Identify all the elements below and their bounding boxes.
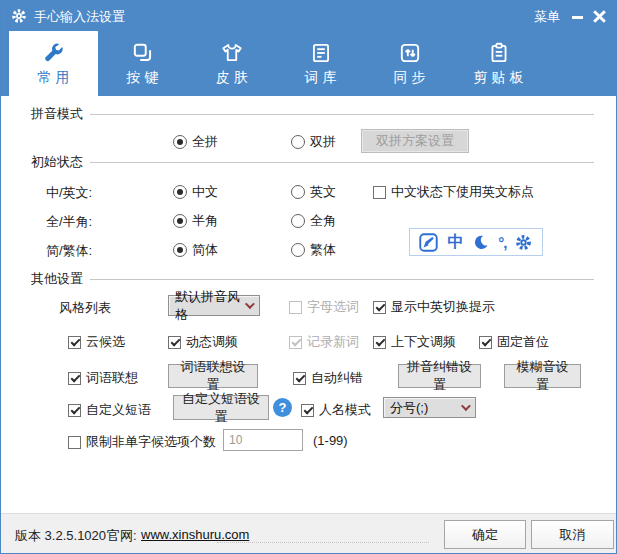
checkbox-icon [373,336,386,349]
limit-candidates-checkbox[interactable]: 限制非单字候选项个数 [68,433,216,451]
checkbox-icon [479,336,492,349]
tab-label: 按键 [127,69,163,87]
word-assoc-checkbox[interactable]: 词语联想 [68,369,138,387]
radio-icon [173,243,187,257]
gear-icon [11,8,27,28]
tab-sync[interactable]: 同步 [365,31,454,96]
radio-half-width[interactable]: 半角 [173,212,218,230]
section-title: 其他设置 [31,270,83,288]
tshirt-icon [220,41,244,65]
tab-dictionary[interactable]: 词库 [276,31,365,96]
chevron-down-icon [461,401,471,411]
checkbox-icon [293,372,306,385]
tab-skin[interactable]: 皮肤 [187,31,276,96]
moon-icon[interactable] [472,234,489,251]
radio-full-width[interactable]: 全角 [291,212,336,230]
tab-keys[interactable]: 按键 [98,31,187,96]
radio-full-pinyin[interactable]: 全拼 [173,133,218,151]
radio-icon [291,243,305,257]
tab-label: 词库 [305,69,341,87]
punctuation-icon[interactable]: °, [498,234,506,251]
style-select[interactable]: 默认拼音风格 [168,295,260,316]
clipboard-icon [487,41,511,65]
menu-button[interactable]: 菜单 [534,8,560,26]
radio-icon [173,135,187,149]
radio-icon [173,185,187,199]
dotted-divider [217,542,429,543]
script-row-label: 简/繁体: [46,242,92,260]
style-list-label: 风格列表 [59,299,111,317]
tab-clipboard[interactable]: 剪贴板 [454,31,543,96]
tab-label: 皮肤 [216,69,252,87]
radio-traditional[interactable]: 繁体 [291,241,336,259]
lang-row-label: 中/英文: [46,184,92,202]
en-punct-checkbox[interactable]: 中文状态下使用英文标点 [373,183,534,201]
limit-range-hint: (1-99) [313,433,348,448]
settings-window: 手心输入法设置 菜单 常用 按键 皮肤 词库 [0,0,617,554]
checkbox-icon [301,404,314,417]
custom-phrase-checkbox[interactable]: 自定义短语 [68,401,151,419]
name-mode-select-value: 分号(;) [390,399,428,417]
ime-logo-icon[interactable] [419,233,438,252]
tab-label: 剪贴板 [474,69,528,87]
fixed-first-checkbox[interactable]: 固定首位 [479,333,549,351]
section-title: 拼音模式 [31,105,83,123]
context-freq-checkbox[interactable]: 上下文调频 [373,333,456,351]
tab-strip: 常用 按键 皮肤 词库 同步 [1,31,616,96]
cloud-candidate-checkbox[interactable]: 云候选 [68,333,125,351]
close-icon[interactable] [593,10,606,23]
version-text: 版本 3.2.5.1020 [15,527,106,545]
word-assoc-settings-button[interactable]: 词语联想设置 [168,364,258,388]
radio-icon [291,214,305,228]
section-title: 初始状态 [31,153,83,171]
statusbar-preview: 中 °, [409,228,543,256]
gear-icon[interactable] [515,234,532,251]
radio-english[interactable]: 英文 [291,183,336,201]
tab-label: 同步 [394,69,430,87]
name-mode-checkbox[interactable]: 人名模式 [301,401,371,419]
dynamic-freq-checkbox[interactable]: 动态调频 [168,333,238,351]
radio-chinese[interactable]: 中文 [173,183,218,201]
radio-icon [173,214,187,228]
radio-icon [291,135,305,149]
checkbox-icon [289,301,302,314]
sync-icon [398,41,422,65]
record-new-words-checkbox: 记录新词 [289,333,359,351]
tab-common[interactable]: 常用 [9,31,98,96]
checkbox-icon [68,436,81,449]
help-icon[interactable]: ? [273,398,292,417]
checkbox-icon [68,404,81,417]
checkbox-icon [68,372,81,385]
fuzzy-sound-settings-button[interactable]: 模糊音设置 [504,364,581,388]
checkbox-icon [373,186,386,199]
radio-double-pinyin[interactable]: 双拼 [291,133,336,151]
style-select-value: 默认拼音风格 [175,288,245,324]
limit-count-input[interactable] [223,429,303,451]
checkbox-icon [289,336,302,349]
auto-correct-checkbox[interactable]: 自动纠错 [293,369,363,387]
chevron-down-icon [245,299,255,309]
checkbox-icon [68,336,81,349]
pinyin-correct-settings-button[interactable]: 拼音纠错设置 [398,364,481,388]
dictionary-icon [309,41,333,65]
section-other-settings: 其他设置 [31,270,594,288]
wrench-icon [42,41,66,65]
minimize-button[interactable] [572,16,583,19]
custom-phrase-settings-button[interactable]: 自定义短语设置 [173,395,269,420]
ok-button[interactable]: 确定 [444,520,526,549]
show-switch-tip-checkbox[interactable]: 显示中英切换提示 [373,298,495,316]
checkbox-icon [168,336,181,349]
double-pinyin-scheme-button: 双拼方案设置 [361,129,469,153]
radio-simplified[interactable]: 简体 [173,241,218,259]
title-bar: 手心输入法设置 菜单 [1,1,616,31]
section-pinyin-mode: 拼音模式 [31,105,594,123]
section-initial-state: 初始状态 [31,153,594,171]
name-mode-select[interactable]: 分号(;) [383,397,476,418]
letter-select-checkbox: 字母选词 [289,298,359,316]
cancel-button[interactable]: 取消 [531,520,614,549]
keys-icon [131,41,155,65]
website-link[interactable]: www.xinshuru.com [141,527,249,542]
chinese-mode-icon[interactable]: 中 [447,232,463,253]
checkbox-icon [373,301,386,314]
width-row-label: 全/半角: [46,213,92,231]
